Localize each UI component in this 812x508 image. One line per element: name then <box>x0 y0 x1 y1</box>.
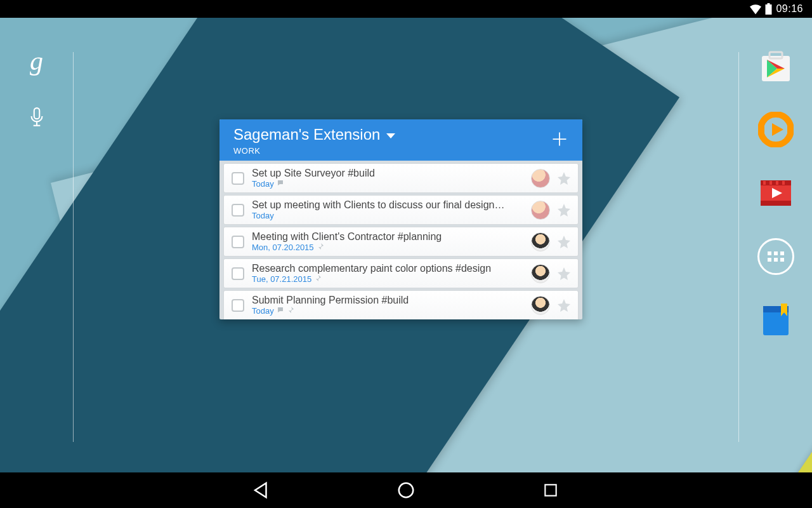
comment-icon <box>277 179 284 189</box>
task-date: Mon, 07.20.2015 <box>252 243 314 252</box>
svg-rect-6 <box>769 52 782 58</box>
task-meta: Today <box>252 211 525 220</box>
pin-icon <box>314 274 322 284</box>
svg-marker-11 <box>772 123 783 136</box>
task-row[interactable]: Set up Site Surveyor #buildToday <box>223 163 579 193</box>
task-row[interactable]: Meeting with Client's Contractor #planni… <box>223 227 579 257</box>
svg-rect-28 <box>545 485 556 495</box>
page-divider-left <box>73 52 74 442</box>
task-title: Meeting with Client's Contractor #planni… <box>252 231 525 243</box>
task-checkbox[interactable] <box>232 172 244 185</box>
recents-button[interactable] <box>539 478 563 502</box>
play-movies-icon[interactable] <box>756 173 796 213</box>
pin-icon <box>287 306 294 316</box>
play-music-icon[interactable] <box>756 109 796 150</box>
task-title: Set up meeting with Clients to discuss o… <box>252 199 525 211</box>
app-drawer-button[interactable] <box>756 236 796 277</box>
svg-marker-26 <box>255 483 266 498</box>
back-button[interactable] <box>249 478 273 502</box>
svg-rect-14 <box>761 201 791 206</box>
widget-list-selector[interactable]: Sageman's Extension <box>233 126 551 144</box>
widget-header: Sageman's Extension WORK <box>219 119 582 161</box>
play-books-icon[interactable] <box>756 300 796 340</box>
comment-icon <box>277 306 284 316</box>
svg-rect-17 <box>776 181 778 185</box>
svg-rect-0 <box>766 4 772 15</box>
task-title: Research complementary paint color optio… <box>252 263 525 274</box>
svg-rect-2 <box>34 108 39 119</box>
task-row[interactable]: Research complementary paint color optio… <box>223 258 579 288</box>
task-row[interactable]: Set up meeting with Clients to discuss o… <box>223 195 579 225</box>
app-dock <box>739 46 812 340</box>
task-checkbox[interactable] <box>232 267 244 280</box>
widget-title-text: Sageman's Extension <box>233 126 380 144</box>
wifi-icon <box>750 3 761 15</box>
home-screen: g <box>0 18 812 472</box>
dropdown-icon <box>386 133 395 138</box>
svg-rect-15 <box>763 181 766 185</box>
task-list: Set up Site Surveyor #buildTodaySet up m… <box>219 161 582 319</box>
task-meta: Today <box>252 306 525 316</box>
star-button[interactable] <box>556 266 572 281</box>
status-bar: 09:16 <box>0 0 812 18</box>
task-meta: Mon, 07.20.2015 <box>252 243 525 252</box>
svg-point-27 <box>399 483 414 498</box>
task-checkbox[interactable] <box>232 299 244 312</box>
google-search-icon[interactable]: g <box>30 46 43 76</box>
assignee-avatar[interactable] <box>531 169 550 188</box>
assignee-avatar[interactable] <box>531 201 550 220</box>
star-button[interactable] <box>556 234 572 250</box>
battery-icon <box>765 3 772 15</box>
status-time: 09:16 <box>776 3 803 15</box>
assignee-avatar[interactable] <box>531 296 550 315</box>
task-date: Today <box>252 211 274 220</box>
svg-rect-16 <box>769 181 772 185</box>
task-meta: Today <box>252 179 525 189</box>
task-title: Set up Site Surveyor #build <box>252 168 525 179</box>
assignee-avatar[interactable] <box>531 264 550 283</box>
navigation-bar <box>0 472 812 508</box>
star-button[interactable] <box>556 171 572 186</box>
svg-rect-18 <box>782 181 785 185</box>
task-date: Today <box>252 306 274 316</box>
widget-subtitle: WORK <box>233 146 551 156</box>
play-store-icon[interactable] <box>756 46 796 86</box>
home-button[interactable] <box>394 478 418 502</box>
pin-icon <box>317 243 324 252</box>
task-meta: Tue, 07.21.2015 <box>252 274 525 284</box>
assignee-avatar[interactable] <box>531 232 550 251</box>
star-button[interactable] <box>556 203 572 218</box>
task-checkbox[interactable] <box>232 236 244 248</box>
task-row[interactable]: Submit Planning Permission #buildToday <box>223 290 579 319</box>
add-task-button[interactable] <box>551 126 571 151</box>
star-button[interactable] <box>556 298 572 313</box>
task-date: Today <box>252 179 274 189</box>
task-date: Tue, 07.21.2015 <box>252 274 311 284</box>
task-checkbox[interactable] <box>232 204 244 217</box>
task-title: Submit Planning Permission #build <box>252 295 525 306</box>
voice-search-icon[interactable] <box>29 107 45 131</box>
svg-rect-1 <box>768 3 770 4</box>
tasks-widget: Sageman's Extension WORK Set up Site Sur… <box>219 119 582 319</box>
